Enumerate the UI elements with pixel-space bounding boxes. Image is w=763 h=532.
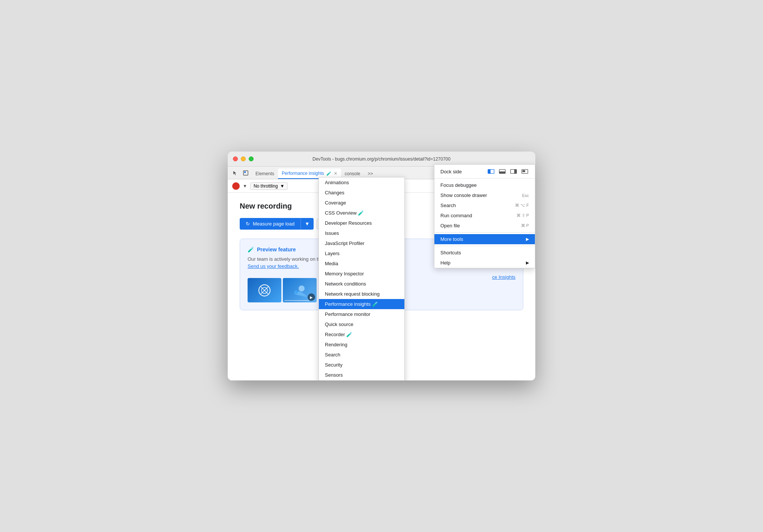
dock-side-section: Dock side [434,165,535,177]
refresh-icon: ↻ [246,221,250,227]
menu-shortcuts[interactable]: Shortcuts [434,248,535,258]
svg-rect-15 [499,171,505,173]
menu-item-layers[interactable]: Layers [319,248,404,258]
menu-more-tools[interactable]: More tools ▶ [434,234,535,244]
record-dropdown-arrow[interactable]: ▼ [243,183,247,189]
tab-elements[interactable]: Elements [252,168,278,179]
menu-item-sensors[interactable]: Sensors [319,370,404,380]
menu-separator-2 [434,232,535,233]
right-context-menu: Dock side [434,164,535,268]
menu-item-performance-monitor[interactable]: Performance monitor [319,309,404,319]
traffic-lights [233,156,254,161]
menu-show-console-drawer[interactable]: Show console drawer Esc [434,190,535,200]
more-tools-submenu: Animations Changes Coverage CSS Overview… [318,177,405,380]
svg-rect-19 [523,170,525,172]
insights-link-area: ce Insights [492,274,515,280]
video-thumb-1 [248,278,281,302]
measure-page-load-button[interactable]: ↻ Measure page load [240,218,300,230]
menu-separator-1 [434,178,535,179]
help-submenu-arrow: ▶ [526,260,529,265]
close-button[interactable] [233,156,238,161]
menu-item-changes[interactable]: Changes [319,188,404,198]
menu-separator-3 [434,246,535,246]
menu-item-performance-insights[interactable]: Performance insights 🧪 [319,299,404,309]
svg-rect-13 [488,170,490,174]
menu-help[interactable]: Help ▶ [434,258,535,268]
svg-rect-1 [244,171,246,173]
dock-left-icon[interactable] [487,168,495,174]
flask-preview-icon: 🧪 [248,246,254,252]
measure-dropdown-button[interactable]: ▼ [300,218,313,230]
throttle-select[interactable]: No throttling ▼ [250,182,288,190]
menu-item-security[interactable]: Security [319,360,404,370]
minimize-button[interactable] [241,156,246,161]
menu-item-webaudio[interactable]: WebAudio [319,380,404,380]
insights-link[interactable]: ce Insights [492,274,515,280]
play-button[interactable]: ▶ [308,293,315,301]
dock-undock-icon[interactable] [521,168,529,174]
devtools-window: DevTools - bugs.chromium.org/p/chromium/… [228,152,535,380]
window-title: DevTools - bugs.chromium.org/p/chromium/… [312,156,451,162]
progress-bar [284,300,309,301]
video-thumbnails: ▶ [248,278,317,302]
shortcut-esc: Esc [522,193,529,198]
menu-item-issues[interactable]: Issues [319,228,404,238]
dock-side-row: Dock side [440,168,529,174]
dock-right-icon[interactable] [509,168,518,174]
shortcut-search: ⌘ ⌥ F [515,203,529,208]
video-thumb-2: ▶ [283,278,317,302]
cursor-icon[interactable] [231,168,240,177]
menu-item-css-overview[interactable]: CSS Overview 🧪 [319,208,404,218]
dock-bottom-icon[interactable] [498,168,506,174]
more-tools-submenu-arrow: ▶ [526,237,529,242]
throttle-arrow-icon: ▼ [280,183,285,189]
menu-item-js-profiler[interactable]: JavaScript Profiler [319,238,404,248]
maximize-button[interactable] [249,156,254,161]
menu-item-network-conditions[interactable]: Network conditions [319,279,404,289]
svg-rect-17 [514,170,517,174]
menu-item-animations[interactable]: Animations [319,177,404,188]
menu-item-recorder[interactable]: Recorder 🧪 [319,329,404,340]
flask-icon: 🧪 [326,171,332,176]
menu-item-quick-source[interactable]: Quick source [319,319,404,329]
menu-run-command[interactable]: Run command ⌘ ⇧ P [434,210,535,221]
menu-search[interactable]: Search ⌘ ⌥ F [434,200,535,210]
menu-item-coverage[interactable]: Coverage [319,198,404,208]
shortcut-open-file: ⌘ P [521,223,529,228]
inspect-icon[interactable] [241,168,250,177]
shortcut-run-command: ⌘ ⇧ P [517,213,529,218]
menu-item-network-request-blocking[interactable]: Network request blocking [319,289,404,299]
menu-item-developer-resources[interactable]: Developer Resources [319,218,404,228]
menu-item-memory-inspector[interactable]: Memory Inspector [319,269,404,279]
menu-item-media[interactable]: Media [319,258,404,269]
menu-item-rendering[interactable]: Rendering [319,340,404,350]
record-button[interactable] [232,182,240,190]
dock-side-label: Dock side [440,169,484,174]
menu-open-file[interactable]: Open file ⌘ P [434,221,535,231]
menu-item-search[interactable]: Search [319,350,404,360]
menu-focus-debuggee[interactable]: Focus debuggee [434,180,535,190]
tab-close-icon[interactable]: ✕ [334,171,337,176]
svg-point-10 [299,286,305,292]
svg-point-11 [294,290,298,294]
